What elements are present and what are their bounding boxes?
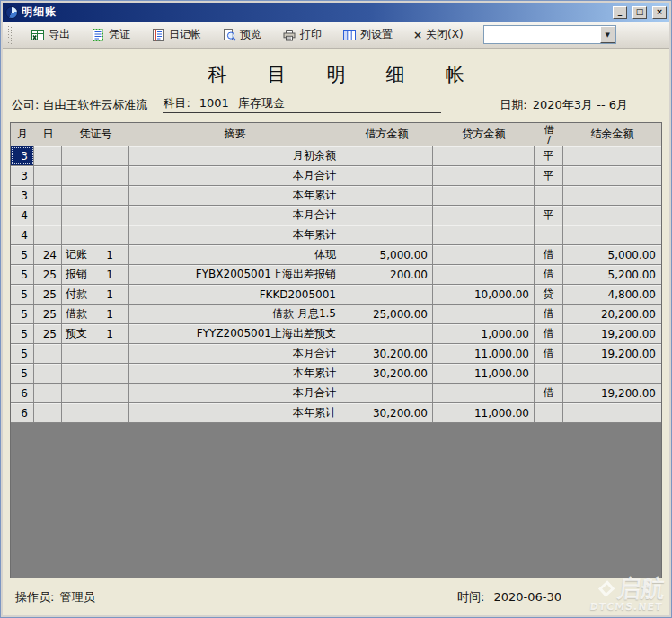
cell-direction[interactable] [535, 364, 563, 383]
cell-voucher[interactable] [62, 364, 129, 383]
table-row[interactable]: 5 25 报销 1 FYBX2005001上海出差报销 200.00 借 5,2… [11, 265, 661, 285]
cell-balance[interactable]: 20,200.00 [563, 305, 661, 323]
cell-direction[interactable]: 借 [535, 344, 563, 363]
close-button[interactable]: × [652, 6, 667, 19]
cell-debit[interactable]: 25,000.00 [340, 305, 433, 323]
cell-voucher[interactable]: 记账 1 [62, 245, 129, 264]
voucher-button[interactable]: 凭证 [86, 24, 135, 45]
cell-voucher[interactable]: 借款 1 [62, 305, 129, 323]
cell-summary[interactable]: 本月合计 [129, 384, 340, 402]
cell-day[interactable]: 25 [34, 265, 62, 284]
cell-debit[interactable]: 30,200.00 [340, 344, 433, 363]
cell-balance[interactable]: 19,200.00 [563, 324, 661, 343]
print-button[interactable]: 打印 [278, 24, 326, 45]
cell-voucher[interactable]: 报销 1 [62, 265, 129, 284]
cell-voucher[interactable]: 预支 1 [62, 324, 129, 343]
cell-voucher[interactable] [62, 166, 129, 185]
cell-summary[interactable]: 本月合计 [129, 206, 340, 225]
cell-debit[interactable] [340, 146, 433, 165]
cell-direction[interactable]: 平 [535, 206, 563, 225]
cell-balance[interactable] [563, 186, 661, 205]
cell-direction[interactable]: 平 [535, 146, 563, 165]
cell-credit[interactable]: 11,000.00 [433, 344, 535, 363]
table-row[interactable]: 5 25 预支 1 FYYZ2005001上海出差预支 1,000.00 借 1… [11, 324, 661, 344]
cell-debit[interactable]: 5,000.00 [340, 245, 433, 264]
cell-credit[interactable]: 11,000.00 [433, 364, 535, 383]
cell-voucher[interactable] [62, 186, 129, 205]
cell-day[interactable] [34, 225, 62, 244]
cell-summary[interactable]: 月初余额 [129, 146, 340, 165]
cell-credit[interactable] [433, 245, 535, 264]
cell-day[interactable] [34, 384, 62, 402]
cell-month[interactable]: 4 [11, 206, 34, 225]
cell-summary[interactable]: 本月合计 [129, 344, 340, 363]
export-button[interactable]: 导出 [26, 24, 75, 45]
cell-balance[interactable] [563, 403, 661, 422]
cell-debit[interactable] [340, 206, 433, 225]
cell-direction[interactable]: 借 [535, 245, 563, 264]
cell-balance[interactable]: 19,200.00 [563, 384, 661, 402]
cell-month[interactable]: 5 [11, 285, 34, 304]
table-row[interactable]: 5 24 记账 1 体现 5,000.00 借 5,000.00 [11, 245, 661, 265]
cell-direction[interactable]: 贷 [535, 285, 563, 304]
cell-month[interactable]: 3 [11, 166, 34, 185]
combobox-input[interactable] [484, 26, 600, 43]
table-row[interactable]: 6 本月合计 借 19,200.00 [11, 384, 661, 403]
cell-day[interactable] [34, 186, 62, 205]
table-row[interactable]: 5 25 借款 1 借款 月息1.5 25,000.00 借 20,200.00 [11, 305, 661, 324]
cell-month[interactable]: 3 [11, 146, 34, 165]
cell-month[interactable]: 5 [11, 245, 34, 264]
cell-voucher[interactable] [62, 206, 129, 225]
cell-direction[interactable]: 借 [535, 384, 563, 402]
cell-direction[interactable]: 借 [535, 324, 563, 343]
cell-summary[interactable]: 本月合计 [129, 166, 340, 185]
cell-debit[interactable]: 30,200.00 [340, 403, 433, 422]
cell-day[interactable]: 25 [34, 324, 62, 343]
cell-balance[interactable] [563, 146, 661, 165]
cell-balance[interactable]: 4,800.00 [563, 285, 661, 304]
table-row[interactable]: 3 本月合计 平 [11, 166, 661, 186]
cell-debit[interactable]: 30,200.00 [340, 364, 433, 383]
cell-day[interactable]: 24 [34, 245, 62, 264]
cell-direction[interactable] [535, 403, 563, 422]
cell-summary[interactable]: FYYZ2005001上海出差预支 [129, 324, 340, 343]
cell-credit[interactable] [433, 384, 535, 402]
cell-summary[interactable]: FYBX2005001上海出差报销 [129, 265, 340, 284]
table-row[interactable]: 5 本年累计 30,200.00 11,000.00 [11, 364, 661, 384]
cell-balance[interactable] [563, 166, 661, 185]
cell-voucher[interactable] [62, 344, 129, 363]
cell-debit[interactable] [340, 384, 433, 402]
column-settings-button[interactable]: 列设置 [338, 24, 397, 45]
cell-summary[interactable]: 本年累计 [129, 364, 340, 383]
cell-debit[interactable] [340, 285, 433, 304]
cell-credit[interactable] [433, 186, 535, 205]
cell-month[interactable]: 5 [11, 265, 34, 284]
cell-credit[interactable] [433, 305, 535, 323]
cell-summary[interactable]: 借款 月息1.5 [129, 305, 340, 323]
minimize-button[interactable]: _ [613, 6, 627, 19]
cell-summary[interactable]: FKKD2005001 [129, 285, 340, 304]
table-row[interactable]: 4 本月合计 平 [11, 206, 661, 225]
cell-direction[interactable] [535, 186, 563, 205]
cell-month[interactable]: 5 [11, 305, 34, 323]
cell-balance[interactable]: 5,200.00 [563, 265, 661, 284]
titlebar[interactable]: 明细账 _ □ × [3, 3, 669, 22]
cell-direction[interactable]: 借 [535, 305, 563, 323]
cell-day[interactable] [34, 403, 62, 422]
cell-credit[interactable] [433, 265, 535, 284]
cell-credit[interactable] [433, 206, 535, 225]
cell-direction[interactable] [535, 225, 563, 244]
cell-month[interactable]: 6 [11, 403, 34, 422]
cell-debit[interactable] [340, 166, 433, 185]
cell-credit[interactable] [433, 146, 535, 165]
toolbar-gripper[interactable] [8, 26, 13, 44]
cell-credit[interactable] [433, 225, 535, 244]
cell-day[interactable]: 25 [34, 285, 62, 304]
cell-month[interactable]: 6 [11, 384, 34, 402]
table-row[interactable]: 5 25 付款 1 FKKD2005001 10,000.00 贷 4,800.… [11, 285, 661, 305]
cell-summary[interactable]: 本年累计 [129, 403, 340, 422]
cell-month[interactable]: 5 [11, 344, 34, 363]
cell-balance[interactable]: 5,000.00 [563, 245, 661, 264]
cell-debit[interactable] [340, 186, 433, 205]
cell-day[interactable] [34, 344, 62, 363]
